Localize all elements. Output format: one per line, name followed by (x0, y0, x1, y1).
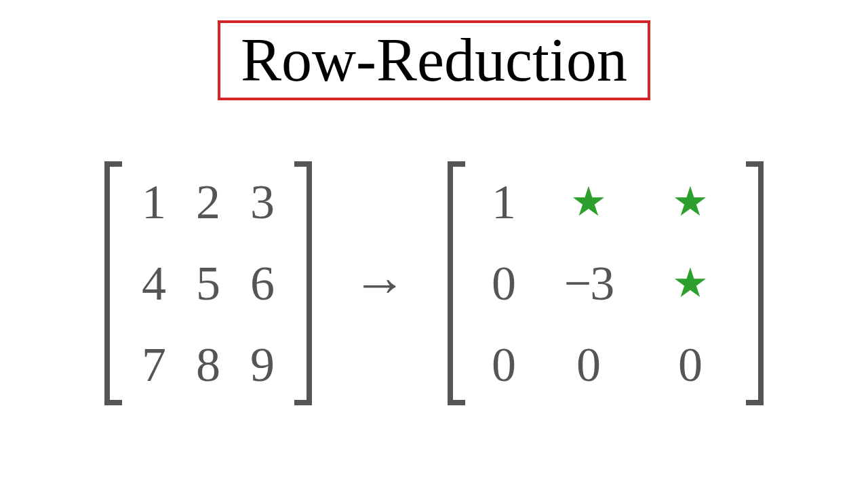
arrow-icon: → (353, 253, 407, 314)
matrix-cell: 2 (181, 175, 235, 229)
equation-row: 1 2 3 4 5 6 7 8 9 → 1★★0−3★000 (104, 161, 764, 405)
matrix-left: 1 2 3 4 5 6 7 8 9 (104, 161, 312, 405)
matrix-cell: 4 (127, 256, 181, 310)
matrix-cell: 1 (127, 175, 181, 229)
matrix-cell: 6 (235, 256, 290, 310)
matrix-cell: 0 (470, 338, 538, 392)
row-reduction-diagram: Row-Reduction 1 2 3 4 5 6 7 8 9 → 1★★0−3… (0, 0, 868, 488)
matrix-cell: 0 (538, 338, 639, 392)
matrix-cell: 1 (470, 175, 538, 229)
star-icon: ★ (639, 175, 741, 229)
matrix-cell: 3 (235, 175, 290, 229)
bracket-left-icon (104, 161, 117, 405)
title-text: Row-Reduction (241, 26, 627, 94)
matrix-right-body: 1★★0−3★000 (460, 161, 751, 405)
matrix-left-body: 1 2 3 4 5 6 7 8 9 (117, 161, 300, 405)
matrix-cell: 0 (639, 338, 741, 392)
matrix-cell: 7 (127, 338, 181, 392)
matrix-cell: 8 (181, 338, 235, 392)
matrix-cell: 5 (181, 256, 235, 310)
bracket-right-icon (751, 161, 764, 405)
matrix-cell: 9 (235, 338, 290, 392)
star-icon: ★ (639, 256, 741, 310)
matrix-cell: −3 (538, 256, 639, 310)
matrix-right: 1★★0−3★000 (448, 161, 764, 405)
title-box: Row-Reduction (218, 20, 650, 100)
bracket-right-icon (300, 161, 312, 405)
matrix-cell: 0 (470, 256, 538, 310)
bracket-left-icon (448, 161, 460, 405)
star-icon: ★ (538, 175, 639, 229)
